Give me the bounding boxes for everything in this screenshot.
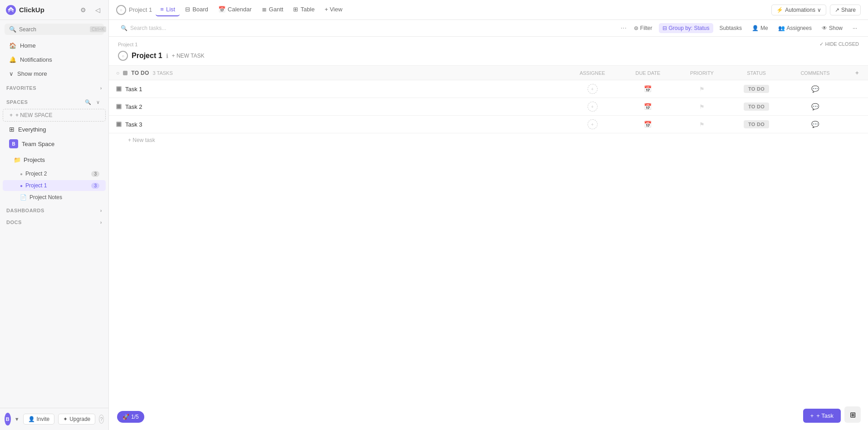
search-icon: 🔍 — [9, 26, 16, 33]
sidebar-item-notifications[interactable]: 🔔 Notifications — [3, 53, 106, 66]
comment-icon[interactable]: 💬 — [811, 121, 819, 128]
home-icon: 🏠 — [9, 42, 16, 49]
due-date-picker[interactable]: 📅 — [644, 103, 652, 110]
task-assignee-cell: + — [564, 98, 620, 116]
share-button[interactable]: ↗ Share — [830, 5, 861, 15]
sidebar-item-project-notes[interactable]: 📄 Project Notes — [3, 192, 106, 203]
tab-calendar[interactable]: 📅 Calendar — [214, 3, 256, 16]
sidebar-item-team-space[interactable]: B Team Space — [3, 137, 106, 151]
group-status-dot — [123, 71, 128, 75]
task-checkbox[interactable] — [116, 104, 122, 109]
sidebar-item-everything[interactable]: ⊞ Everything — [3, 123, 106, 136]
grid-view-button[interactable]: ⊞ — [844, 406, 861, 423]
due-date-picker[interactable]: 📅 — [644, 85, 652, 93]
folder-add-button[interactable]: + — [88, 154, 99, 165]
docs-section-header[interactable]: DOCS › — [0, 215, 108, 227]
col-add-button[interactable]: + — [846, 66, 868, 80]
priority-picker[interactable]: ⚑ — [699, 121, 705, 128]
settings-button[interactable]: ⚙ — [78, 5, 88, 15]
search-tasks-bar[interactable]: 🔍 Search tasks... — [116, 23, 617, 34]
grid-icon: ⊞ — [9, 126, 15, 133]
automations-button[interactable]: ⚡ Automations ∨ — [771, 5, 826, 15]
toolbar-overflow-button[interactable]: ··· — [849, 23, 861, 33]
task-checkbox[interactable] — [116, 86, 122, 92]
tab-gantt[interactable]: ≣ Gantt — [257, 3, 288, 16]
sidebar-item-projects-folder[interactable]: 📁 Projects ··· + — [3, 152, 106, 167]
tab-add-view[interactable]: + View — [320, 3, 347, 16]
task-name[interactable]: Task 2 — [125, 103, 142, 110]
collapse-sidebar-button[interactable]: ◁ — [92, 5, 103, 15]
search-icon: 🔍 — [121, 25, 128, 31]
assignee-picker[interactable]: + — [588, 84, 598, 94]
project2-count: 3 — [91, 171, 99, 177]
folder-more-button[interactable]: ··· — [77, 154, 88, 165]
upgrade-button[interactable]: ✦ Upgrade — [58, 414, 95, 425]
group-by-button[interactable]: ⊟ Group by: Status — [659, 23, 713, 33]
priority-picker[interactable]: ⚑ — [699, 103, 705, 110]
status-badge[interactable]: TO DO — [744, 103, 769, 111]
status-badge[interactable]: TO DO — [744, 120, 769, 128]
task-checkbox[interactable] — [116, 122, 122, 127]
sidebar-item-show-more[interactable]: ∨ Show more — [3, 67, 106, 80]
search-spaces-button[interactable]: 🔍 — [84, 98, 92, 106]
collapse-spaces-button[interactable]: ∨ — [94, 98, 102, 106]
group-count: 3 TASKS — [153, 70, 173, 76]
show-button[interactable]: 👁 Show — [818, 23, 846, 33]
sidebar-item-home[interactable]: 🏠 Home — [3, 39, 106, 52]
due-date-picker[interactable]: 📅 — [644, 121, 652, 128]
col-header-assignee: ASSIGNEE — [564, 66, 620, 80]
task-table: ○ TO DO 3 TASKS ASSIGNEE DUE DATE PRIORI… — [109, 65, 868, 147]
search-input[interactable] — [19, 26, 87, 33]
toolbar-more-button[interactable]: ··· — [620, 24, 626, 32]
tab-board[interactable]: ⊟ Board — [181, 3, 213, 16]
project-collapse-button[interactable]: ○ — [118, 51, 128, 61]
comment-icon[interactable]: 💬 — [811, 85, 819, 93]
new-task-inline-row[interactable]: + New task — [109, 133, 868, 147]
info-icon[interactable]: ℹ — [166, 53, 168, 59]
add-task-float-button[interactable]: + + Task — [803, 409, 841, 423]
assignee-picker[interactable]: + — [588, 102, 598, 112]
priority-picker[interactable]: ⚑ — [699, 86, 705, 93]
dashboards-section-header[interactable]: DASHBOARDS › — [0, 203, 108, 215]
rocket-icon: 🚀 — [123, 414, 129, 420]
assignee-picker[interactable]: + — [588, 119, 598, 129]
app-logo[interactable]: ClickUp — [5, 5, 44, 15]
table-row: Task 1 + 📅 ⚑ TO DO — [109, 80, 868, 98]
star-icon: ✦ — [63, 416, 68, 422]
task-extra-cell — [846, 116, 868, 133]
new-task-inline-button[interactable]: + NEW TASK — [172, 53, 205, 59]
favorites-section-header[interactable]: FAVORITES › — [0, 81, 108, 93]
assignees-button[interactable]: 👥 Assignees — [775, 23, 815, 33]
chevron-right-icon: › — [100, 220, 102, 225]
task-name[interactable]: Task 3 — [125, 121, 142, 128]
board-icon: ⊟ — [185, 6, 190, 13]
automations-icon: ⚡ — [776, 7, 783, 13]
chevron-right-icon: › — [100, 85, 102, 91]
sidebar-item-project1[interactable]: ● Project 1 3 — [3, 180, 106, 191]
bell-icon: 🔔 — [9, 56, 16, 63]
new-space-button[interactable]: + + NEW SPACE — [3, 109, 106, 122]
group-collapse-toggle[interactable]: ○ — [116, 70, 119, 76]
search-bar[interactable]: 🔍 Ctrl+K — [5, 24, 104, 35]
plus-icon: + — [10, 112, 13, 118]
subtasks-button[interactable]: Subtasks — [716, 23, 745, 33]
toolbar-right: ⊜ Filter ⊟ Group by: Status Subtasks 👤 M… — [630, 23, 861, 33]
comment-icon[interactable]: 💬 — [811, 103, 819, 110]
tab-list[interactable]: ≡ List — [156, 3, 180, 16]
breadcrumb-bar: Project 1 ✓ HIDE CLOSED — [109, 37, 868, 49]
user-menu-toggle[interactable]: ▼ — [15, 416, 20, 422]
hide-closed-button[interactable]: ✓ HIDE CLOSED — [819, 41, 859, 47]
help-button[interactable]: ? — [99, 415, 104, 424]
content-area: Project 1 ✓ HIDE CLOSED ○ Project 1 ℹ + … — [109, 37, 868, 430]
filter-button[interactable]: ⊜ Filter — [630, 23, 656, 33]
me-button[interactable]: 👤 Me — [748, 23, 772, 33]
task-name[interactable]: Task 1 — [125, 86, 142, 93]
invite-button[interactable]: 👤 Invite — [23, 414, 55, 425]
rocket-button[interactable]: 🚀 1/5 — [117, 411, 144, 423]
user-avatar[interactable]: B — [5, 413, 11, 425]
sidebar-item-project2[interactable]: ● Project 2 3 — [3, 168, 106, 179]
tab-table[interactable]: ⊞ Table — [289, 3, 319, 16]
table-row: Task 2 + 📅 ⚑ TO DO — [109, 98, 868, 116]
top-nav-right: ⚡ Automations ∨ ↗ Share — [771, 5, 861, 15]
status-badge[interactable]: TO DO — [744, 85, 769, 93]
